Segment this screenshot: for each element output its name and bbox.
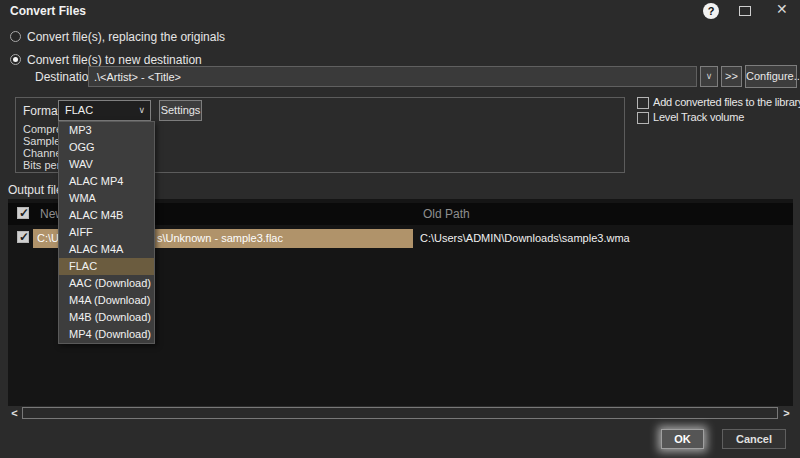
level-track-volume-checkbox[interactable]: [637, 112, 649, 124]
settings-button[interactable]: Settings: [159, 100, 202, 121]
scroll-left-icon[interactable]: <: [8, 406, 21, 420]
format-option-mp3[interactable]: MP3: [59, 122, 154, 139]
old-path-cell[interactable]: C:\Users\ADMIN\Downloads\sample3.wma: [420, 232, 630, 244]
level-track-volume-label[interactable]: Level Track volume: [653, 111, 744, 123]
scroll-right-icon[interactable]: >: [780, 406, 793, 420]
format-option-aiff[interactable]: AIFF: [59, 224, 154, 241]
convert-files-dialog: Convert Files ? ✕ Convert file(s), repla…: [0, 0, 800, 458]
configure-button[interactable]: Configure...: [745, 65, 797, 88]
format-option-alac-m4b[interactable]: ALAC M4B: [59, 207, 154, 224]
radio-new-destination[interactable]: [10, 54, 21, 65]
format-option-m4a-download-[interactable]: M4A (Download): [59, 292, 154, 309]
format-combobox[interactable]: FLAC ∨: [58, 100, 151, 121]
new-path-text-end: s\Unknown - sample3.flac: [157, 232, 283, 244]
radio-new-destination-label[interactable]: Convert file(s) to new destination: [27, 53, 202, 67]
ok-button[interactable]: OK: [661, 429, 704, 449]
cancel-button[interactable]: Cancel: [722, 429, 786, 449]
add-to-library-checkbox[interactable]: [637, 97, 649, 109]
format-option-aac-download-[interactable]: AAC (Download): [59, 275, 154, 292]
close-icon[interactable]: ✕: [776, 1, 788, 17]
format-option-alac-mp4[interactable]: ALAC MP4: [59, 173, 154, 190]
format-option-ogg[interactable]: OGG: [59, 139, 154, 156]
column-header-old-path[interactable]: Old Path: [423, 207, 470, 221]
format-option-alac-m4a[interactable]: ALAC M4A: [59, 241, 154, 258]
format-option-mp4-download-[interactable]: MP4 (Download): [59, 326, 154, 343]
horizontal-scrollbar-thumb[interactable]: [22, 407, 778, 419]
format-dropdown-list[interactable]: MP3OGGWAVALAC MP4WMAALAC M4BAIFFALAC M4A…: [58, 121, 155, 344]
select-all-checkbox[interactable]: [17, 207, 29, 219]
destination-dropdown-button[interactable]: ∨: [700, 66, 718, 87]
format-selected-value: FLAC: [65, 104, 93, 116]
row-checkbox[interactable]: [17, 231, 29, 243]
destination-input[interactable]: [88, 66, 697, 87]
chevron-down-icon: ∨: [138, 101, 145, 120]
maximize-icon[interactable]: [739, 6, 751, 16]
format-option-wma[interactable]: WMA: [59, 190, 154, 207]
format-option-wav[interactable]: WAV: [59, 156, 154, 173]
dialog-title: Convert Files: [10, 4, 86, 18]
destination-expand-button[interactable]: >>: [721, 66, 742, 87]
help-icon[interactable]: ?: [703, 3, 719, 19]
radio-replace-originals[interactable]: [10, 31, 21, 42]
chevron-down-icon: ∨: [706, 71, 713, 81]
radio-replace-originals-label[interactable]: Convert file(s), replacing the originals: [27, 30, 225, 44]
format-option-flac[interactable]: FLAC: [59, 258, 154, 275]
format-option-m4b-download-[interactable]: M4B (Download): [59, 309, 154, 326]
add-to-library-label[interactable]: Add converted files to the library: [653, 96, 800, 108]
